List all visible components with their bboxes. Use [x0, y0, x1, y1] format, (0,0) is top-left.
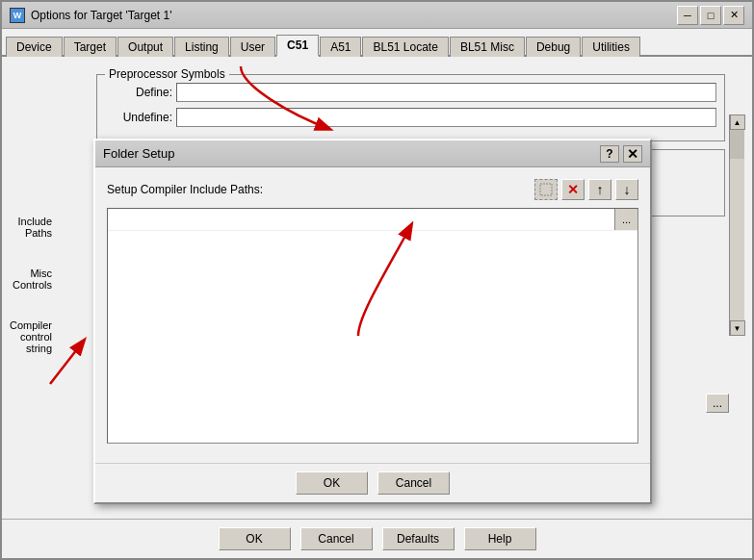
main-window: W Options for Target 'Target 1' ─ □ ✕ De… [0, 0, 754, 560]
dialog-close-button[interactable]: ✕ [623, 145, 642, 163]
right-scrollbar: ▲ ▼ [729, 115, 744, 336]
ok-button[interactable]: OK [219, 527, 291, 550]
window-title: Options for Target 'Target 1' [31, 9, 171, 22]
add-folder-button[interactable] [534, 179, 558, 200]
title-bar: W Options for Target 'Target 1' ─ □ ✕ [2, 2, 752, 29]
maximize-button[interactable]: □ [700, 6, 721, 25]
tab-device[interactable]: Device [6, 37, 63, 57]
include-paths-section: Include Paths Misc Controls Compiler con… [10, 216, 52, 354]
svg-rect-0 [540, 184, 552, 195]
tab-debug[interactable]: Debug [526, 37, 581, 57]
tabs-bar: Device Target Output Listing User C51 A5… [2, 29, 752, 57]
ellipsis-btn-area: ... [706, 394, 729, 413]
scrollbar-vertical: ▲ ▼ [729, 115, 744, 336]
path-input-row: ... [108, 209, 637, 231]
dialog-cancel-button[interactable]: Cancel [377, 471, 450, 495]
tab-c51[interactable]: C51 [276, 35, 319, 57]
dialog-path-label: Setup Compiler Include Paths: [107, 183, 531, 196]
close-button[interactable]: ✕ [723, 6, 744, 25]
tab-user[interactable]: User [230, 37, 275, 57]
cancel-button[interactable]: Cancel [300, 527, 373, 550]
include-paths-label: Include Paths [10, 216, 52, 239]
bottom-bar: OK Cancel Defaults Help [2, 519, 752, 558]
dialog-title: Folder Setup [103, 146, 174, 161]
scroll-thumb [730, 130, 744, 159]
scroll-track [730, 130, 744, 320]
define-input[interactable] [176, 83, 716, 102]
title-bar-controls: ─ □ ✕ [677, 6, 744, 25]
new-folder-icon [539, 183, 553, 196]
preprocessor-group-title: Preprocessor Symbols [105, 67, 229, 81]
delete-button[interactable]: ✕ [561, 179, 585, 200]
move-up-button[interactable]: ↑ [588, 179, 611, 200]
folder-setup-dialog: Folder Setup ? ✕ Setup Compiler Include … [93, 139, 652, 504]
undef-label: Undefine: [105, 111, 172, 124]
tab-bl51-locate[interactable]: BL51 Locate [362, 37, 448, 57]
tab-a51[interactable]: A51 [320, 37, 361, 57]
dialog-toolbar: Setup Compiler Include Paths: ✕ ↑ ↓ [107, 179, 638, 200]
compiler-control-label: Compiler control string [10, 319, 52, 354]
ellipsis-button[interactable]: ... [706, 394, 729, 413]
preprocessor-group: Preprocessor Symbols Define: Undefine: [96, 74, 725, 141]
include-paths-arrow [50, 341, 84, 384]
tab-listing[interactable]: Listing [174, 37, 229, 57]
dialog-title-bar: Folder Setup ? ✕ [95, 140, 650, 167]
define-label: Define: [105, 86, 172, 99]
dialog-body: Setup Compiler Include Paths: ✕ ↑ ↓ [95, 167, 650, 463]
app-icon: W [10, 8, 25, 23]
title-bar-left: W Options for Target 'Target 1' [10, 8, 171, 23]
scroll-up-btn[interactable]: ▲ [730, 115, 745, 130]
path-list: ... [107, 208, 638, 444]
main-content: Preprocessor Symbols Define: Undefine: C… [2, 57, 752, 519]
undef-input[interactable] [176, 108, 716, 127]
dialog-ok-button[interactable]: OK [296, 471, 368, 495]
undef-row: Undefine: [105, 108, 716, 127]
dialog-help-button[interactable]: ? [600, 145, 619, 163]
scroll-down-btn[interactable]: ▼ [730, 320, 745, 336]
help-button[interactable]: Help [464, 527, 536, 550]
tab-bl51-misc[interactable]: BL51 Misc [450, 37, 525, 57]
path-input[interactable] [108, 209, 614, 230]
dialog-title-controls: ? ✕ [600, 145, 642, 163]
minimize-button[interactable]: ─ [677, 6, 698, 25]
move-down-button[interactable]: ↓ [615, 179, 638, 200]
define-row: Define: [105, 83, 716, 102]
dialog-footer: OK Cancel [95, 463, 650, 502]
misc-controls-label: Misc Controls [10, 267, 52, 291]
tab-target[interactable]: Target [64, 37, 117, 57]
tab-utilities[interactable]: Utilities [582, 37, 640, 57]
defaults-button[interactable]: Defaults [382, 527, 455, 550]
path-browse-button[interactable]: ... [614, 209, 637, 230]
tab-output[interactable]: Output [117, 37, 173, 57]
